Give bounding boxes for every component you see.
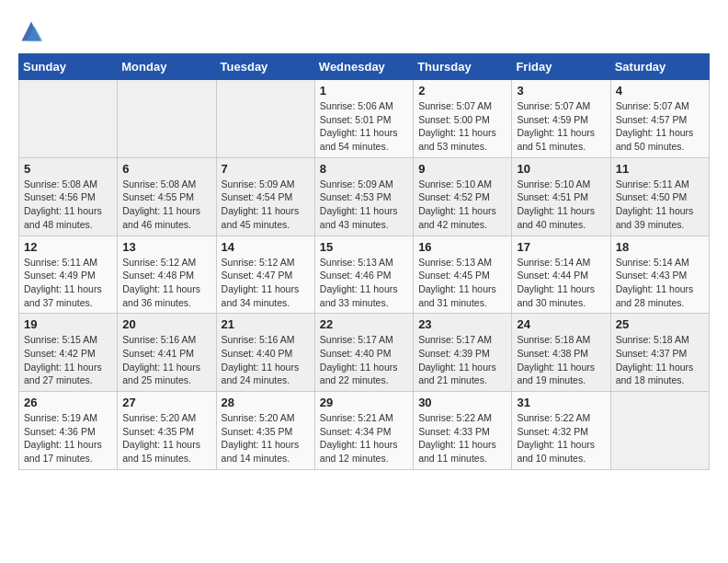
day-number: 4 <box>616 84 704 98</box>
calendar-cell: 28Sunrise: 5:20 AM Sunset: 4:35 PM Dayli… <box>216 392 314 470</box>
day-number: 3 <box>517 84 605 98</box>
weekday-header-sunday: Sunday <box>19 54 118 80</box>
weekday-header-thursday: Thursday <box>414 54 512 80</box>
day-info: Sunrise: 5:08 AM Sunset: 4:56 PM Dayligh… <box>24 178 112 232</box>
page-header <box>18 18 710 44</box>
day-info: Sunrise: 5:10 AM Sunset: 4:52 PM Dayligh… <box>418 178 506 232</box>
day-number: 7 <box>222 162 310 176</box>
calendar-cell: 7Sunrise: 5:09 AM Sunset: 4:54 PM Daylig… <box>216 157 314 236</box>
calendar-cell: 3Sunrise: 5:07 AM Sunset: 4:59 PM Daylig… <box>512 80 610 158</box>
calendar-cell: 8Sunrise: 5:09 AM Sunset: 4:53 PM Daylig… <box>314 157 413 236</box>
day-number: 15 <box>320 240 408 254</box>
day-info: Sunrise: 5:17 AM Sunset: 4:40 PM Dayligh… <box>320 333 408 387</box>
day-info: Sunrise: 5:18 AM Sunset: 4:38 PM Dayligh… <box>517 333 605 387</box>
calendar-cell: 31Sunrise: 5:22 AM Sunset: 4:32 PM Dayli… <box>512 392 610 470</box>
day-number: 27 <box>122 396 210 409</box>
day-info: Sunrise: 5:22 AM Sunset: 4:32 PM Dayligh… <box>517 411 605 465</box>
day-number: 13 <box>122 240 210 254</box>
day-number: 28 <box>222 396 310 409</box>
calendar-cell: 5Sunrise: 5:08 AM Sunset: 4:56 PM Daylig… <box>19 157 118 236</box>
calendar-week-3: 12Sunrise: 5:11 AM Sunset: 4:49 PM Dayli… <box>19 236 710 314</box>
calendar-cell: 19Sunrise: 5:15 AM Sunset: 4:42 PM Dayli… <box>19 314 118 392</box>
calendar-cell: 10Sunrise: 5:10 AM Sunset: 4:51 PM Dayli… <box>512 157 610 236</box>
day-number: 18 <box>616 240 704 254</box>
day-info: Sunrise: 5:07 AM Sunset: 4:59 PM Dayligh… <box>517 99 605 154</box>
day-number: 21 <box>222 317 310 331</box>
calendar-cell: 26Sunrise: 5:19 AM Sunset: 4:36 PM Dayli… <box>19 392 118 470</box>
calendar-cell: 21Sunrise: 5:16 AM Sunset: 4:40 PM Dayli… <box>216 314 314 392</box>
calendar-cell: 9Sunrise: 5:10 AM Sunset: 4:52 PM Daylig… <box>414 157 512 236</box>
calendar-cell: 18Sunrise: 5:14 AM Sunset: 4:43 PM Dayli… <box>610 236 709 314</box>
day-number: 26 <box>24 396 112 409</box>
calendar-cell: 30Sunrise: 5:22 AM Sunset: 4:33 PM Dayli… <box>414 392 512 470</box>
day-info: Sunrise: 5:09 AM Sunset: 4:53 PM Dayligh… <box>320 178 408 232</box>
calendar-cell: 12Sunrise: 5:11 AM Sunset: 4:49 PM Dayli… <box>19 236 118 314</box>
day-info: Sunrise: 5:07 AM Sunset: 4:57 PM Dayligh… <box>616 99 704 154</box>
calendar-cell: 13Sunrise: 5:12 AM Sunset: 4:48 PM Dayli… <box>118 236 216 314</box>
day-info: Sunrise: 5:17 AM Sunset: 4:39 PM Dayligh… <box>418 333 506 387</box>
day-number: 8 <box>320 162 408 176</box>
calendar-cell: 4Sunrise: 5:07 AM Sunset: 4:57 PM Daylig… <box>610 80 709 158</box>
day-number: 23 <box>418 317 506 331</box>
day-number: 5 <box>24 162 112 176</box>
day-info: Sunrise: 5:06 AM Sunset: 5:01 PM Dayligh… <box>320 99 408 154</box>
calendar-cell <box>118 80 216 158</box>
day-info: Sunrise: 5:22 AM Sunset: 4:33 PM Dayligh… <box>418 411 506 465</box>
calendar-cell: 1Sunrise: 5:06 AM Sunset: 5:01 PM Daylig… <box>314 80 413 158</box>
day-number: 2 <box>418 84 506 98</box>
day-number: 25 <box>616 317 704 331</box>
day-info: Sunrise: 5:12 AM Sunset: 4:48 PM Dayligh… <box>122 256 210 310</box>
weekday-header-tuesday: Tuesday <box>216 54 314 80</box>
day-info: Sunrise: 5:12 AM Sunset: 4:47 PM Dayligh… <box>222 256 310 310</box>
day-info: Sunrise: 5:09 AM Sunset: 4:54 PM Dayligh… <box>222 178 310 232</box>
calendar-week-4: 19Sunrise: 5:15 AM Sunset: 4:42 PM Dayli… <box>19 314 710 392</box>
day-info: Sunrise: 5:14 AM Sunset: 4:43 PM Dayligh… <box>616 256 704 310</box>
calendar-cell: 25Sunrise: 5:18 AM Sunset: 4:37 PM Dayli… <box>610 314 709 392</box>
day-number: 17 <box>517 240 605 254</box>
calendar-week-5: 26Sunrise: 5:19 AM Sunset: 4:36 PM Dayli… <box>19 392 710 470</box>
day-number: 22 <box>320 317 408 331</box>
calendar-cell: 14Sunrise: 5:12 AM Sunset: 4:47 PM Dayli… <box>216 236 314 314</box>
day-number: 24 <box>517 317 605 331</box>
day-number: 30 <box>418 396 506 409</box>
calendar-cell: 15Sunrise: 5:13 AM Sunset: 4:46 PM Dayli… <box>314 236 413 314</box>
weekday-header-wednesday: Wednesday <box>314 54 413 80</box>
day-info: Sunrise: 5:18 AM Sunset: 4:37 PM Dayligh… <box>616 333 704 387</box>
day-info: Sunrise: 5:16 AM Sunset: 4:41 PM Dayligh… <box>122 333 210 387</box>
day-number: 9 <box>418 162 506 176</box>
day-number: 10 <box>517 162 605 176</box>
day-info: Sunrise: 5:11 AM Sunset: 4:50 PM Dayligh… <box>616 178 704 232</box>
calendar-cell: 27Sunrise: 5:20 AM Sunset: 4:35 PM Dayli… <box>118 392 216 470</box>
day-info: Sunrise: 5:10 AM Sunset: 4:51 PM Dayligh… <box>517 178 605 232</box>
day-number: 6 <box>122 162 210 176</box>
calendar-cell: 11Sunrise: 5:11 AM Sunset: 4:50 PM Dayli… <box>610 157 709 236</box>
day-info: Sunrise: 5:15 AM Sunset: 4:42 PM Dayligh… <box>24 333 112 387</box>
calendar-week-2: 5Sunrise: 5:08 AM Sunset: 4:56 PM Daylig… <box>19 157 710 236</box>
calendar-cell: 29Sunrise: 5:21 AM Sunset: 4:34 PM Dayli… <box>314 392 413 470</box>
day-info: Sunrise: 5:13 AM Sunset: 4:45 PM Dayligh… <box>418 256 506 310</box>
day-number: 29 <box>320 396 408 409</box>
day-number: 20 <box>122 317 210 331</box>
day-number: 16 <box>418 240 506 254</box>
header-row: SundayMondayTuesdayWednesdayThursdayFrid… <box>19 54 710 80</box>
weekday-header-friday: Friday <box>512 54 610 80</box>
calendar-cell: 6Sunrise: 5:08 AM Sunset: 4:55 PM Daylig… <box>118 157 216 236</box>
day-number: 31 <box>517 396 605 409</box>
calendar-cell: 2Sunrise: 5:07 AM Sunset: 5:00 PM Daylig… <box>414 80 512 158</box>
weekday-header-monday: Monday <box>118 54 216 80</box>
day-number: 19 <box>24 317 112 331</box>
day-info: Sunrise: 5:19 AM Sunset: 4:36 PM Dayligh… <box>24 411 112 465</box>
weekday-header-saturday: Saturday <box>610 54 709 80</box>
day-number: 12 <box>24 240 112 254</box>
calendar-cell <box>19 80 118 158</box>
day-info: Sunrise: 5:20 AM Sunset: 4:35 PM Dayligh… <box>122 411 210 465</box>
calendar-cell: 20Sunrise: 5:16 AM Sunset: 4:41 PM Dayli… <box>118 314 216 392</box>
calendar-table: SundayMondayTuesdayWednesdayThursdayFrid… <box>18 53 710 470</box>
calendar-cell: 22Sunrise: 5:17 AM Sunset: 4:40 PM Dayli… <box>314 314 413 392</box>
day-info: Sunrise: 5:08 AM Sunset: 4:55 PM Dayligh… <box>122 178 210 232</box>
day-info: Sunrise: 5:20 AM Sunset: 4:35 PM Dayligh… <box>222 411 310 465</box>
calendar-cell: 17Sunrise: 5:14 AM Sunset: 4:44 PM Dayli… <box>512 236 610 314</box>
day-info: Sunrise: 5:16 AM Sunset: 4:40 PM Dayligh… <box>222 333 310 387</box>
day-info: Sunrise: 5:13 AM Sunset: 4:46 PM Dayligh… <box>320 256 408 310</box>
day-number: 11 <box>616 162 704 176</box>
